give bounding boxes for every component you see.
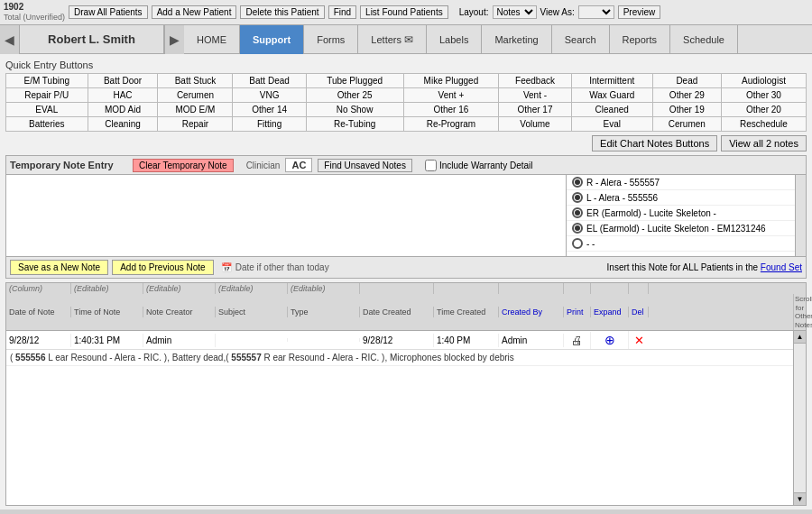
tab-marketing[interactable]: Marketing	[482, 25, 551, 54]
clear-temp-note-btn[interactable]: Clear Temporary Note	[133, 159, 234, 172]
nav-forward[interactable]: ▶	[164, 25, 184, 54]
cell-created-by: Admin	[499, 334, 564, 347]
quick-btn-0-2[interactable]: Batt Stuck	[158, 74, 233, 88]
expand-icon[interactable]: ⊕	[604, 333, 615, 347]
tab-labels[interactable]: Labels	[427, 25, 482, 54]
quick-btn-1-3[interactable]: VNG	[233, 88, 306, 103]
quick-btn-3-4[interactable]: Re-Tubing	[306, 117, 403, 132]
quick-btn-0-7[interactable]: Intermittent	[571, 74, 652, 88]
edit-chart-notes-btn[interactable]: Edit Chart Notes Buttons	[592, 135, 717, 151]
quick-btn-3-3[interactable]: Fitting	[233, 117, 306, 132]
quick-btn-3-0[interactable]: Batteries	[6, 117, 88, 132]
draw-all-patients-btn[interactable]: Draw All Patients	[69, 5, 148, 19]
cell-subject	[216, 338, 288, 342]
quick-btn-1-8[interactable]: Other 29	[652, 88, 721, 103]
col-edit-del	[629, 283, 649, 294]
quick-btn-1-4[interactable]: Other 25	[306, 88, 403, 103]
cell-delete[interactable]: ✕	[629, 332, 649, 349]
quick-btn-3-8[interactable]: Cerumen	[652, 117, 721, 132]
quick-btn-0-9[interactable]: Audiologist	[721, 74, 806, 88]
quick-btn-2-7[interactable]: Cleaned	[571, 103, 652, 117]
tab-search[interactable]: Search	[552, 25, 610, 54]
delete-icon[interactable]: ✕	[634, 334, 644, 347]
dropdown-item-2[interactable]: ER (Earmold) - Lucite Skeleton -	[567, 206, 795, 221]
tab-letters[interactable]: Letters ✉	[358, 25, 427, 54]
scrollbar-up[interactable]: ▲	[794, 331, 806, 344]
quick-btn-2-8[interactable]: Other 19	[652, 103, 721, 117]
cell-expand[interactable]: ⊕	[591, 331, 629, 349]
quick-btn-1-2[interactable]: Cerumen	[158, 88, 233, 103]
quick-btn-0-6[interactable]: Feedback	[499, 74, 571, 88]
quick-btn-3-1[interactable]: Cleaning	[88, 117, 158, 132]
dropdown-item-label-2: ER (Earmold) - Lucite Skeleton -	[586, 208, 716, 218]
cell-time: 1:40:31 PM	[71, 334, 143, 347]
note-num-left: 555556	[15, 353, 45, 363]
quick-btn-3-9[interactable]: Reschedule	[721, 117, 806, 132]
quick-btn-0-1[interactable]: Batt Door	[88, 74, 158, 88]
dropdown-item-0[interactable]: R - Alera - 555557	[567, 175, 795, 190]
tab-reports[interactable]: Reports	[610, 25, 671, 54]
quick-btn-0-0[interactable]: E/M Tubing	[6, 74, 88, 88]
quick-btn-1-5[interactable]: Vent +	[403, 88, 499, 103]
quick-btn-0-4[interactable]: Tube Plugged	[306, 74, 403, 88]
cell-time-created: 1:40 PM	[434, 334, 499, 347]
view-as-label: View As:	[540, 7, 575, 17]
quick-btn-2-1[interactable]: MOD Aid	[88, 103, 158, 117]
dropdown-item-3[interactable]: EL (Earmold) - Lucite Skeleton - EM12312…	[567, 221, 795, 236]
quick-btn-1-0[interactable]: Repair P/U	[6, 88, 88, 103]
quick-btn-3-5[interactable]: Re-Program	[403, 117, 499, 132]
quick-btn-1-1[interactable]: HAC	[88, 88, 158, 103]
warranty-checkbox[interactable]	[425, 160, 437, 171]
save-new-note-btn[interactable]: Save as a New Note	[10, 260, 108, 275]
find-btn[interactable]: Find	[328, 5, 356, 19]
dropdown-item-label-1: L - Alera - 555556	[586, 193, 658, 203]
insert-note-label: Insert this Note for ALL Patients in the…	[607, 262, 802, 272]
quick-btn-2-3[interactable]: Other 14	[233, 103, 306, 117]
main-content: Quick Entry Buttons E/M TubingBatt DoorB…	[0, 54, 812, 509]
quick-btn-2-6[interactable]: Other 17	[499, 103, 571, 117]
view-as-select[interactable]	[578, 5, 614, 19]
quick-btn-0-8[interactable]: Dead	[652, 74, 721, 88]
col-labels: Date of Note Time of Note Note Creator S…	[6, 307, 793, 317]
quick-btn-2-0[interactable]: EVAL	[6, 103, 88, 117]
dropdown-item-4[interactable]: - -	[567, 236, 795, 252]
find-unsaved-notes-btn[interactable]: Find Unsaved Notes	[318, 159, 412, 172]
tab-forms[interactable]: Forms	[304, 25, 358, 54]
quick-btn-1-9[interactable]: Other 30	[721, 88, 806, 103]
dropdown-scrollbar[interactable]	[795, 175, 806, 256]
quick-btn-2-5[interactable]: Other 16	[403, 103, 499, 117]
quick-btn-2-9[interactable]: Other 20	[721, 103, 806, 117]
temp-note-textarea[interactable]	[6, 175, 566, 256]
delete-patient-btn[interactable]: Delete this Patient	[240, 5, 324, 19]
date-other-label: Date if other than today	[235, 262, 329, 272]
quick-btn-2-4[interactable]: No Show	[306, 103, 403, 117]
quick-btn-1-7[interactable]: Wax Guard	[571, 88, 652, 103]
found-set-link[interactable]: Found Set	[761, 262, 802, 272]
scrollbar-down[interactable]: ▼	[794, 492, 806, 505]
quick-btn-2-2[interactable]: MOD E/M	[158, 103, 233, 117]
add-new-patient-btn[interactable]: Add a New Patient	[152, 5, 237, 19]
printer-icon[interactable]: 🖨	[571, 334, 583, 347]
cell-print[interactable]: 🖨	[564, 332, 591, 349]
tab-support[interactable]: Support	[240, 25, 304, 54]
quick-btn-1-6[interactable]: Vent -	[499, 88, 571, 103]
quick-btn-3-2[interactable]: Repair	[158, 117, 233, 132]
quick-btn-0-3[interactable]: Batt Dead	[233, 74, 306, 88]
preview-btn[interactable]: Preview	[618, 5, 661, 19]
radio-dot-4	[572, 238, 583, 249]
add-prev-note-btn[interactable]: Add to Previous Note	[112, 260, 214, 275]
quick-btn-3-7[interactable]: Eval	[571, 117, 652, 132]
quick-btn-0-5[interactable]: Mike Plugged	[403, 74, 499, 88]
col-lbl-datecr: Date Created	[360, 307, 434, 317]
tab-home[interactable]: HOME	[184, 25, 240, 54]
clinician-value: AC	[285, 158, 312, 172]
nav-back[interactable]: ◀	[0, 25, 20, 54]
list-found-btn[interactable]: List Found Patients	[360, 5, 448, 19]
col-lbl-print: Print	[564, 307, 591, 317]
view-all-notes-btn[interactable]: View all 2 notes	[721, 135, 807, 151]
layout-select[interactable]: Notes	[493, 5, 537, 19]
notes-scrollbar[interactable]: ▲ ▼	[793, 331, 806, 505]
tab-schedule[interactable]: Schedule	[670, 25, 738, 54]
quick-btn-3-6[interactable]: Volume	[499, 117, 571, 132]
dropdown-item-1[interactable]: L - Alera - 555556	[567, 190, 795, 206]
